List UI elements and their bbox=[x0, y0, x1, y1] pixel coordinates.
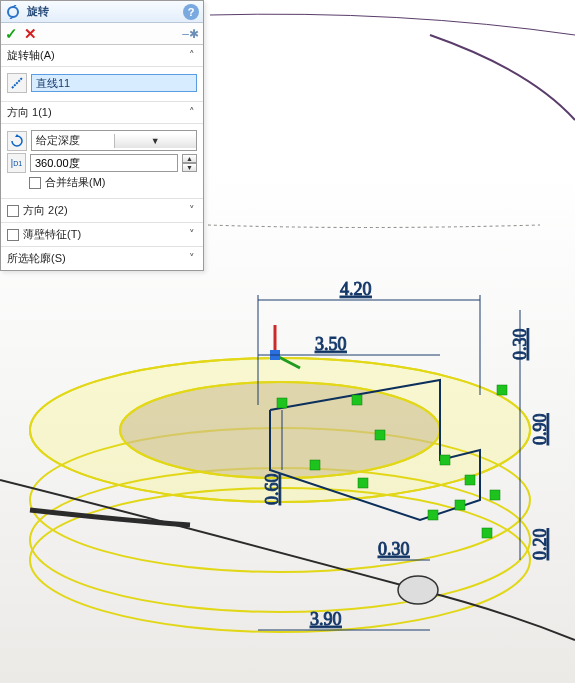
svg-rect-8 bbox=[375, 430, 385, 440]
axis-line-icon bbox=[7, 73, 27, 93]
pin-icon[interactable]: –✱ bbox=[182, 27, 199, 41]
svg-point-31 bbox=[8, 7, 18, 17]
chevron-up-icon: ˄ bbox=[187, 49, 197, 62]
section-contours-header[interactable]: 所选轮廓(S) ˅ bbox=[1, 247, 203, 270]
svg-rect-18 bbox=[482, 528, 492, 538]
confirm-row: ✓ ✕ –✱ bbox=[1, 23, 203, 45]
merge-result-checkbox[interactable] bbox=[29, 177, 41, 189]
svg-rect-14 bbox=[497, 385, 507, 395]
cancel-button[interactable]: ✕ bbox=[24, 25, 37, 43]
section-dir2-label: 方向 2(2) bbox=[23, 203, 183, 218]
svg-rect-13 bbox=[490, 490, 500, 500]
dimension-d2[interactable]: 3.50 bbox=[315, 334, 347, 354]
angle-spinner[interactable]: ▲▼ bbox=[182, 154, 197, 172]
dimension-d5[interactable]: 3.90 bbox=[310, 609, 342, 629]
end-condition-value: 给定深度 bbox=[32, 131, 114, 150]
svg-rect-7 bbox=[352, 395, 362, 405]
chevron-up-icon: ˄ bbox=[187, 106, 197, 119]
svg-rect-12 bbox=[455, 500, 465, 510]
section-axis-body bbox=[1, 67, 203, 102]
section-axis-label: 旋转轴(A) bbox=[7, 48, 187, 63]
svg-line-32 bbox=[12, 78, 22, 88]
section-dir2-header[interactable]: 方向 2(2) ˅ bbox=[1, 199, 203, 223]
reverse-direction-icon[interactable] bbox=[7, 131, 27, 151]
dimension-d1[interactable]: 4.20 bbox=[340, 279, 372, 299]
dimension-d4[interactable]: 0.30 bbox=[378, 539, 410, 559]
dimension-d8[interactable]: 0.20 bbox=[530, 529, 550, 561]
section-dir1-body: 给定深度 ▼ |D1 ▲▼ 合并结果(M) bbox=[1, 124, 203, 199]
thin-enable-checkbox[interactable] bbox=[7, 229, 19, 241]
svg-rect-16 bbox=[428, 510, 438, 520]
ok-button[interactable]: ✓ bbox=[5, 25, 18, 43]
section-dir1-label: 方向 1(1) bbox=[7, 105, 187, 120]
panel-header: 旋转 ? bbox=[1, 1, 203, 23]
angle-input[interactable] bbox=[30, 154, 178, 172]
chevron-down-icon: ˅ bbox=[187, 228, 197, 241]
svg-rect-9 bbox=[310, 460, 320, 470]
revolve-feature-icon bbox=[5, 4, 21, 20]
dir2-enable-checkbox[interactable] bbox=[7, 205, 19, 217]
panel-title: 旋转 bbox=[25, 4, 183, 19]
dimension-d3[interactable]: 0.60 bbox=[262, 474, 282, 506]
angle-icon: |D1 bbox=[7, 153, 26, 173]
section-thin-header[interactable]: 薄壁特征(T) ˅ bbox=[1, 223, 203, 247]
dimension-d6[interactable]: 0.30 bbox=[510, 329, 530, 361]
help-icon[interactable]: ? bbox=[183, 4, 199, 20]
axis-selection-input[interactable] bbox=[31, 74, 197, 92]
section-axis-header[interactable]: 旋转轴(A) ˄ bbox=[1, 45, 203, 67]
section-thin-label: 薄壁特征(T) bbox=[23, 227, 183, 242]
svg-rect-17 bbox=[277, 398, 287, 408]
chevron-down-icon: ▼ bbox=[114, 134, 197, 148]
dimension-d7[interactable]: 0.90 bbox=[530, 414, 550, 446]
merge-result-label: 合并结果(M) bbox=[45, 175, 106, 190]
svg-rect-11 bbox=[440, 455, 450, 465]
section-contours-label: 所选轮廓(S) bbox=[7, 251, 183, 266]
chevron-down-icon: ˅ bbox=[187, 204, 197, 217]
svg-rect-15 bbox=[465, 475, 475, 485]
chevron-down-icon: ˅ bbox=[187, 252, 197, 265]
end-condition-combo[interactable]: 给定深度 ▼ bbox=[31, 130, 197, 151]
property-panel: 旋转 ? ✓ ✕ –✱ 旋转轴(A) ˄ 方向 1(1) ˄ 给定深度 ▼ bbox=[0, 0, 204, 271]
section-dir1-header[interactable]: 方向 1(1) ˄ bbox=[1, 102, 203, 124]
svg-rect-10 bbox=[358, 478, 368, 488]
svg-point-30 bbox=[398, 576, 438, 604]
